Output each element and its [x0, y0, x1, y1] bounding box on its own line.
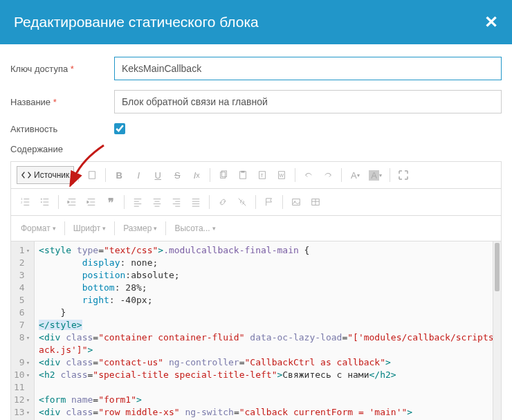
scroll-thumb[interactable] — [495, 243, 500, 291]
source-button[interactable]: Источник — [17, 166, 74, 184]
bold-icon[interactable]: B — [110, 166, 128, 184]
editor: Источник B I U S Ix T W A▾ A▾ 12 ❞ — [10, 161, 502, 420]
code-content[interactable]: <style type="text/css">.modulcallback-fi… — [35, 241, 493, 420]
label-active: Активность — [10, 124, 114, 134]
toolbar-row-1: Источник B I U S Ix T W A▾ A▾ — [11, 162, 501, 189]
label-access-key: Ключ доступа * — [10, 64, 114, 74]
strike-icon[interactable]: S — [168, 166, 186, 184]
svg-point-11 — [41, 199, 42, 200]
redo-icon[interactable] — [319, 166, 337, 184]
svg-rect-13 — [293, 199, 300, 206]
modal-title: Редактирование статического блока — [14, 14, 259, 30]
link-icon[interactable] — [214, 193, 232, 211]
svg-text:2: 2 — [21, 201, 23, 204]
field-active: Активность — [10, 123, 502, 134]
toolbar-row-2: 12 ❞ — [11, 189, 501, 216]
label-content: Содержание — [10, 144, 114, 154]
scrollbar[interactable] — [493, 241, 501, 420]
unlink-icon[interactable] — [233, 193, 251, 211]
checkbox-active[interactable] — [114, 123, 125, 134]
paste-icon[interactable] — [234, 166, 252, 184]
format-dropdown[interactable]: Формат ▾ — [17, 223, 60, 233]
undo-icon[interactable] — [300, 166, 318, 184]
align-center-icon[interactable] — [148, 193, 166, 211]
maximize-icon[interactable] — [394, 166, 412, 184]
field-access-key: Ключ доступа * — [10, 57, 502, 80]
field-content: Содержание — [10, 144, 502, 154]
modal-body: Ключ доступа * Название * Активность Сод… — [0, 44, 512, 154]
numbered-list-icon[interactable]: 12 — [17, 193, 35, 211]
indent-icon[interactable] — [82, 193, 100, 211]
remove-format-icon[interactable]: Ix — [188, 166, 205, 184]
height-dropdown[interactable]: Высота... ▾ — [170, 223, 219, 233]
svg-rect-4 — [241, 171, 245, 173]
field-name: Название * — [10, 90, 502, 113]
gutter: 1 ▾2 3 4 5 6 7 8 ▾ 9 ▾10 ▾11 12 ▾13 ▾ — [11, 241, 35, 420]
code-editor[interactable]: 1 ▾2 3 4 5 6 7 8 ▾ 9 ▾10 ▾11 12 ▾13 ▾ <s… — [11, 241, 501, 420]
underline-icon[interactable]: U — [149, 166, 167, 184]
font-dropdown[interactable]: Шрифт ▾ — [69, 223, 110, 233]
toolbar-row-3: Формат ▾ Шрифт ▾ Размер ▾ Высота... ▾ — [11, 216, 501, 241]
svg-rect-0 — [89, 172, 95, 179]
align-left-icon[interactable] — [129, 193, 147, 211]
align-justify-icon[interactable] — [187, 193, 205, 211]
paste-text-icon[interactable]: T — [253, 166, 271, 184]
input-name[interactable] — [114, 90, 502, 113]
svg-point-12 — [41, 201, 42, 203]
svg-text:T: T — [261, 173, 264, 178]
outdent-icon[interactable] — [63, 193, 81, 211]
svg-text:W: W — [280, 173, 284, 178]
flag-icon[interactable] — [260, 193, 278, 211]
image-icon[interactable] — [287, 193, 305, 211]
close-button[interactable]: ✕ — [484, 12, 498, 32]
align-right-icon[interactable] — [167, 193, 185, 211]
size-dropdown[interactable]: Размер ▾ — [119, 223, 161, 233]
copy-icon[interactable] — [214, 166, 232, 184]
italic-icon[interactable]: I — [129, 166, 147, 184]
table-icon[interactable] — [307, 193, 324, 211]
input-access-key[interactable] — [114, 57, 502, 80]
label-name: Название * — [10, 97, 114, 107]
bg-color-icon[interactable]: A▾ — [365, 166, 385, 184]
blockquote-icon[interactable]: ❞ — [102, 193, 120, 211]
paste-word-icon[interactable]: W — [273, 166, 291, 184]
bullet-list-icon[interactable] — [36, 193, 54, 211]
text-color-icon[interactable]: A▾ — [346, 166, 364, 184]
modal-header: Редактирование статического блока ✕ — [0, 0, 512, 44]
new-doc-icon[interactable] — [83, 166, 101, 184]
